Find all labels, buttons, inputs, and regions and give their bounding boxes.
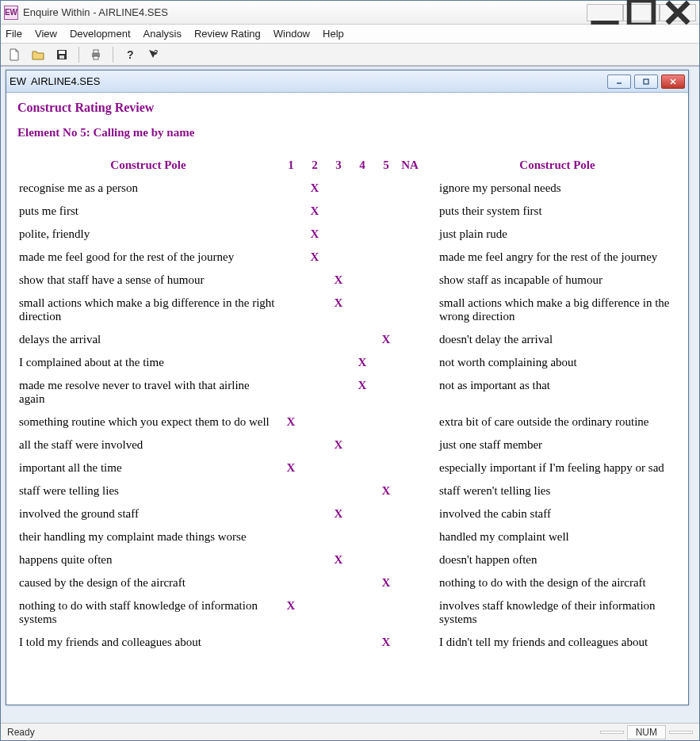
- rating-cell[interactable]: [350, 246, 374, 269]
- print-icon[interactable]: [87, 46, 105, 63]
- rating-cell[interactable]: [279, 502, 303, 525]
- rating-cell[interactable]: [374, 548, 398, 571]
- rating-cell[interactable]: [303, 548, 327, 571]
- rating-cell[interactable]: [279, 374, 303, 411]
- menu-item-file[interactable]: File: [6, 28, 22, 40]
- rating-cell[interactable]: X: [350, 374, 374, 411]
- rating-cell[interactable]: [279, 571, 303, 594]
- rating-cell[interactable]: X: [279, 411, 303, 434]
- rating-cell[interactable]: [303, 631, 327, 654]
- rating-cell[interactable]: [327, 351, 350, 374]
- rating-cell[interactable]: [350, 411, 374, 434]
- rating-cell[interactable]: [303, 479, 327, 502]
- rating-cell[interactable]: [327, 571, 350, 594]
- rating-cell[interactable]: [374, 177, 398, 200]
- rating-cell[interactable]: [327, 411, 350, 434]
- rating-cell[interactable]: [350, 479, 374, 502]
- rating-cell[interactable]: [327, 328, 350, 351]
- rating-cell[interactable]: [279, 200, 303, 223]
- rating-cell-na[interactable]: [398, 631, 422, 654]
- rating-cell[interactable]: [279, 246, 303, 269]
- rating-cell[interactable]: [350, 292, 374, 328]
- rating-cell[interactable]: [350, 200, 374, 223]
- rating-cell[interactable]: [303, 456, 327, 479]
- rating-cell-na[interactable]: [398, 456, 422, 479]
- menu-item-review-rating[interactable]: Review Rating: [194, 28, 261, 40]
- rating-cell-na[interactable]: [398, 200, 422, 223]
- rating-cell[interactable]: [374, 200, 398, 223]
- rating-cell[interactable]: X: [327, 269, 350, 292]
- rating-cell[interactable]: X: [303, 177, 327, 200]
- rating-cell[interactable]: [350, 434, 374, 456]
- rating-cell[interactable]: [374, 456, 398, 479]
- rating-cell-na[interactable]: [398, 292, 422, 328]
- rating-cell[interactable]: [374, 411, 398, 434]
- rating-cell-na[interactable]: [398, 571, 422, 594]
- rating-cell[interactable]: [374, 374, 398, 411]
- rating-cell[interactable]: [327, 479, 350, 502]
- rating-cell-na[interactable]: [398, 594, 422, 631]
- child-maximize-button[interactable]: [634, 74, 658, 89]
- rating-cell[interactable]: [327, 594, 350, 631]
- rating-cell[interactable]: [374, 351, 398, 374]
- rating-cell[interactable]: [374, 502, 398, 525]
- rating-cell[interactable]: [327, 246, 350, 269]
- context-help-icon[interactable]: ?: [145, 46, 163, 63]
- rating-cell[interactable]: X: [350, 351, 374, 374]
- rating-cell[interactable]: [350, 548, 374, 571]
- rating-cell[interactable]: [374, 223, 398, 246]
- rating-cell-na[interactable]: [398, 374, 422, 411]
- rating-cell[interactable]: [303, 328, 327, 351]
- rating-cell[interactable]: [279, 223, 303, 246]
- rating-cell[interactable]: [350, 177, 374, 200]
- rating-cell[interactable]: X: [374, 631, 398, 654]
- rating-cell[interactable]: X: [374, 328, 398, 351]
- rating-cell[interactable]: [374, 269, 398, 292]
- rating-cell[interactable]: X: [374, 479, 398, 502]
- child-minimize-button[interactable]: [607, 74, 631, 89]
- rating-cell[interactable]: [279, 351, 303, 374]
- rating-cell[interactable]: X: [279, 594, 303, 631]
- rating-cell[interactable]: [327, 525, 350, 548]
- rating-cell-na[interactable]: [398, 502, 422, 525]
- titlebar[interactable]: EW Enquire Within - AIRLINE4.SES: [1, 1, 699, 25]
- rating-cell[interactable]: X: [327, 502, 350, 525]
- rating-cell-na[interactable]: [398, 328, 422, 351]
- rating-cell[interactable]: [374, 246, 398, 269]
- rating-cell[interactable]: [374, 434, 398, 456]
- menu-item-analysis[interactable]: Analysis: [143, 28, 182, 40]
- rating-cell[interactable]: [279, 328, 303, 351]
- rating-cell-na[interactable]: [398, 246, 422, 269]
- rating-cell[interactable]: [303, 292, 327, 328]
- rating-cell[interactable]: X: [279, 456, 303, 479]
- rating-cell[interactable]: X: [303, 246, 327, 269]
- rating-cell[interactable]: X: [327, 292, 350, 328]
- close-button[interactable]: [660, 4, 696, 21]
- rating-cell[interactable]: [303, 351, 327, 374]
- rating-cell[interactable]: [327, 223, 350, 246]
- rating-cell-na[interactable]: [398, 269, 422, 292]
- rating-cell[interactable]: [279, 292, 303, 328]
- menu-item-development[interactable]: Development: [70, 28, 131, 40]
- rating-cell[interactable]: [350, 571, 374, 594]
- rating-cell[interactable]: [303, 594, 327, 631]
- minimize-button[interactable]: [587, 4, 623, 21]
- rating-cell[interactable]: [303, 525, 327, 548]
- rating-cell[interactable]: [279, 177, 303, 200]
- rating-cell[interactable]: X: [327, 548, 350, 571]
- rating-cell[interactable]: [279, 631, 303, 654]
- rating-cell[interactable]: [303, 571, 327, 594]
- rating-cell[interactable]: [327, 374, 350, 411]
- rating-cell[interactable]: [279, 479, 303, 502]
- menu-item-view[interactable]: View: [35, 28, 57, 40]
- menu-item-window[interactable]: Window: [273, 28, 310, 40]
- rating-cell[interactable]: [327, 456, 350, 479]
- rating-cell[interactable]: [350, 594, 374, 631]
- rating-cell-na[interactable]: [398, 479, 422, 502]
- rating-cell-na[interactable]: [398, 411, 422, 434]
- rating-cell[interactable]: [374, 292, 398, 328]
- rating-cell[interactable]: X: [327, 434, 350, 456]
- rating-cell[interactable]: [303, 269, 327, 292]
- rating-cell[interactable]: [303, 502, 327, 525]
- rating-cell[interactable]: [303, 374, 327, 411]
